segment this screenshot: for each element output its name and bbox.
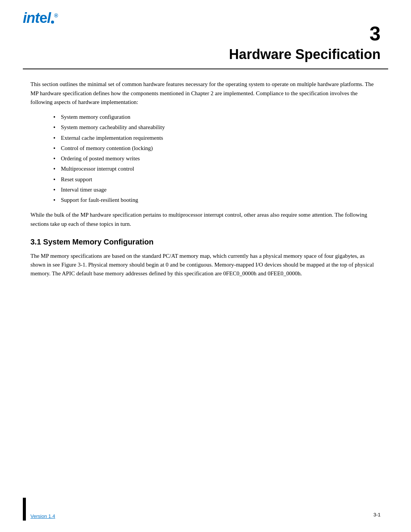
intel-logo: intel®	[23, 11, 57, 25]
trademark-symbol: ®	[54, 13, 57, 19]
chapter-header: 3 Hardware Specification	[0, 0, 411, 62]
section-3-1-body: The MP memory specifications are based o…	[30, 252, 381, 278]
footer-left-bar	[23, 498, 26, 521]
bullet-item: Control of memory contention (locking)	[53, 144, 381, 153]
section-3-1-heading: 3.1 System Memory Configuration	[30, 238, 381, 246]
page: intel® 3 Hardware Specification This sec…	[0, 0, 411, 532]
intel-logo-area: intel®	[23, 11, 57, 25]
bullet-item: Interval timer usage	[53, 185, 381, 194]
section-3-1: 3.1 System Memory Configuration The MP m…	[30, 238, 381, 278]
bullet-item: System memory configuration	[53, 113, 381, 121]
intro-paragraph: This section outlines the minimal set of…	[30, 80, 381, 107]
bullet-item: Reset support	[53, 175, 381, 184]
chapter-number: 3	[0, 23, 381, 45]
footer: Version 1.4 3-1	[0, 498, 411, 521]
page-number: 3-1	[373, 512, 381, 518]
bullet-item: External cache implementation requiremen…	[53, 134, 381, 142]
intel-logo-dot	[51, 21, 54, 24]
chapter-title: Hardware Specification	[0, 46, 381, 62]
version-link[interactable]: Version 1.4	[30, 513, 55, 521]
bullet-item: System memory cacheability and shareabil…	[53, 123, 381, 132]
follow-paragraph: While the bulk of the MP hardware specif…	[30, 211, 381, 228]
bullet-item: Multiprocessor interrupt control	[53, 165, 381, 173]
main-content: This section outlines the minimal set of…	[0, 69, 411, 278]
intel-logo-text: intel	[23, 10, 51, 26]
bullet-item: Support for fault-resilient booting	[53, 196, 381, 204]
bullet-item: Ordering of posted memory writes	[53, 154, 381, 163]
bullet-list: System memory configurationSystem memory…	[53, 113, 381, 204]
